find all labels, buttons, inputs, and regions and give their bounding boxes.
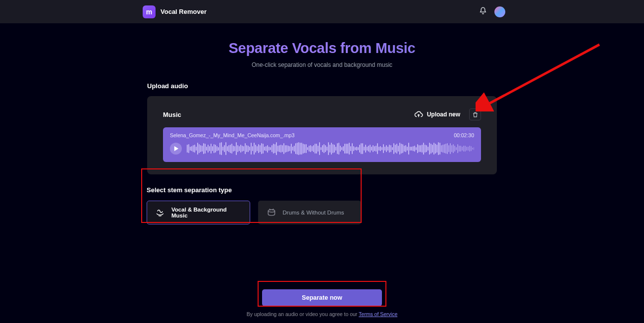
stem-option-vocal-label: Vocal & Background Music — [171, 207, 242, 218]
audio-track: Selena_Gomez_-_My_Mind_Me_CeeNaija.com_.… — [163, 127, 481, 162]
upload-card: Music Upload new — [147, 96, 497, 174]
brand: m Vocal Remover — [143, 5, 207, 18]
upload-new-label: Upload new — [427, 111, 460, 118]
page-subtitle: One-click separation of vocals and backg… — [0, 61, 644, 68]
terms-agreement-text: By uploading an audio or video you agree… — [0, 311, 644, 317]
stem-section: Select stem separation type Vocal & Back… — [147, 186, 361, 224]
bottom-area: Separate now By uploading an audio or vi… — [0, 289, 644, 317]
top-bar: m Vocal Remover — [0, 0, 644, 23]
app-name: Vocal Remover — [161, 8, 207, 15]
stem-option-drums-label: Drums & Without Drums — [283, 210, 344, 215]
notification-icon[interactable] — [479, 6, 487, 17]
upload-card-header: Music Upload new — [163, 108, 481, 120]
upload-new-button[interactable]: Upload new — [414, 110, 460, 119]
app-logo: m — [143, 5, 156, 18]
drums-icon — [267, 208, 276, 217]
waveform[interactable] — [187, 141, 474, 156]
upload-card-actions: Upload new — [414, 108, 481, 120]
topbar-actions — [479, 0, 505, 23]
play-icon — [174, 146, 179, 151]
stem-option-vocal-bgm[interactable]: Vocal & Background Music — [147, 201, 250, 224]
delete-button[interactable] — [469, 108, 481, 120]
cloud-upload-icon — [414, 110, 423, 119]
audio-filename: Selena_Gomez_-_My_Mind_Me_CeeNaija.com_.… — [170, 132, 295, 138]
play-button[interactable] — [170, 143, 182, 155]
stem-section-label: Select stem separation type — [147, 186, 361, 194]
svg-point-0 — [268, 210, 274, 212]
upload-section: Upload audio Music Upload new — [147, 82, 497, 174]
upload-section-label: Upload audio — [147, 82, 497, 90]
audio-duration: 00:02:30 — [454, 132, 474, 138]
stem-options: Vocal & Background Music Drums & Without… — [147, 201, 361, 224]
terms-of-service-link[interactable]: Terms of Service — [359, 311, 397, 317]
main-content: Separate Vocals from Music One-click sep… — [0, 23, 644, 224]
vocal-icon — [155, 208, 165, 217]
separate-now-button[interactable]: Separate now — [262, 289, 382, 306]
stem-option-drums[interactable]: Drums & Without Drums — [258, 201, 362, 224]
upload-card-title: Music — [163, 111, 181, 118]
user-avatar[interactable] — [494, 6, 505, 17]
page-title: Separate Vocals from Music — [0, 40, 644, 56]
trash-icon — [472, 111, 479, 118]
